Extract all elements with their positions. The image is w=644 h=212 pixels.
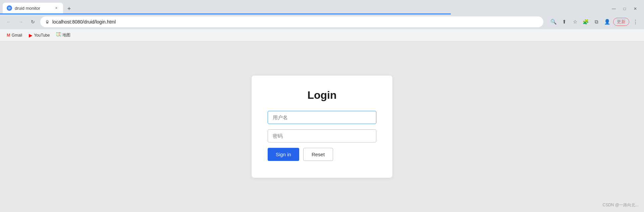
update-button[interactable]: 更新	[613, 18, 629, 26]
gmail-icon: M	[7, 33, 10, 38]
login-title: Login	[268, 89, 376, 101]
bookmark-gmail-label: Gmail	[12, 33, 22, 38]
reload-button[interactable]: ↻	[28, 17, 38, 27]
sign-in-button[interactable]: Sign in	[268, 148, 299, 161]
login-buttons: Sign in Reset	[268, 148, 376, 161]
profile-icon[interactable]: 👤	[602, 17, 612, 27]
bookmark-youtube[interactable]: ▶ YouTube	[26, 31, 52, 39]
new-tab-button[interactable]: +	[64, 4, 74, 13]
youtube-icon: ▶	[29, 33, 33, 38]
close-window-button[interactable]: ✕	[631, 4, 640, 13]
tab-favicon: D	[7, 5, 12, 11]
page-content: Login Sign in Reset CSDN @一路向北...	[0, 41, 644, 212]
tab-close-button[interactable]: ×	[54, 5, 59, 11]
bookmark-maps-label: 地图	[62, 32, 70, 38]
bookmark-maps[interactable]: 地图	[54, 31, 73, 39]
search-icon[interactable]: 🔍	[549, 17, 558, 27]
active-tab[interactable]: D druid monitor ×	[3, 3, 63, 13]
split-icon[interactable]: ⧉	[592, 17, 601, 27]
back-button[interactable]: ←	[4, 17, 13, 27]
svg-rect-1	[46, 22, 48, 24]
address-bar-icons: 🔍 ⬆ ☆ 🧩 ⧉ 👤 更新 ⋮	[549, 17, 640, 27]
maps-icon	[56, 32, 61, 38]
url-text: localhost:8080/druid/login.html	[52, 19, 539, 25]
bookmark-gmail[interactable]: M Gmail	[4, 31, 25, 39]
extensions-icon[interactable]: 🧩	[581, 17, 590, 27]
login-card: Login Sign in Reset	[252, 76, 392, 178]
url-bar[interactable]: localhost:8080/druid/login.html	[40, 16, 543, 27]
tab-bar: D druid monitor × + — □ ✕	[0, 0, 644, 13]
tab-title: druid monitor	[15, 6, 51, 11]
maximize-button[interactable]: □	[620, 4, 629, 13]
lock-icon	[45, 19, 50, 24]
more-icon[interactable]: ⋮	[631, 17, 640, 27]
footer-note: CSDN @一路向北...	[602, 202, 639, 208]
forward-button[interactable]: →	[16, 17, 25, 27]
reset-button[interactable]: Reset	[303, 148, 333, 161]
address-bar: ← → ↻ localhost:8080/druid/login.html 🔍 …	[0, 14, 644, 29]
window-controls: — □ ✕	[74, 4, 644, 13]
star-icon[interactable]: ☆	[570, 17, 580, 27]
minimize-button[interactable]: —	[609, 4, 619, 13]
username-input[interactable]	[268, 111, 376, 124]
password-input[interactable]	[268, 129, 376, 142]
svg-marker-2	[56, 32, 61, 36]
share-icon[interactable]: ⬆	[559, 17, 569, 27]
bookmarks-bar: M Gmail ▶ YouTube 地图	[0, 29, 644, 41]
bookmark-youtube-label: YouTube	[34, 33, 50, 38]
